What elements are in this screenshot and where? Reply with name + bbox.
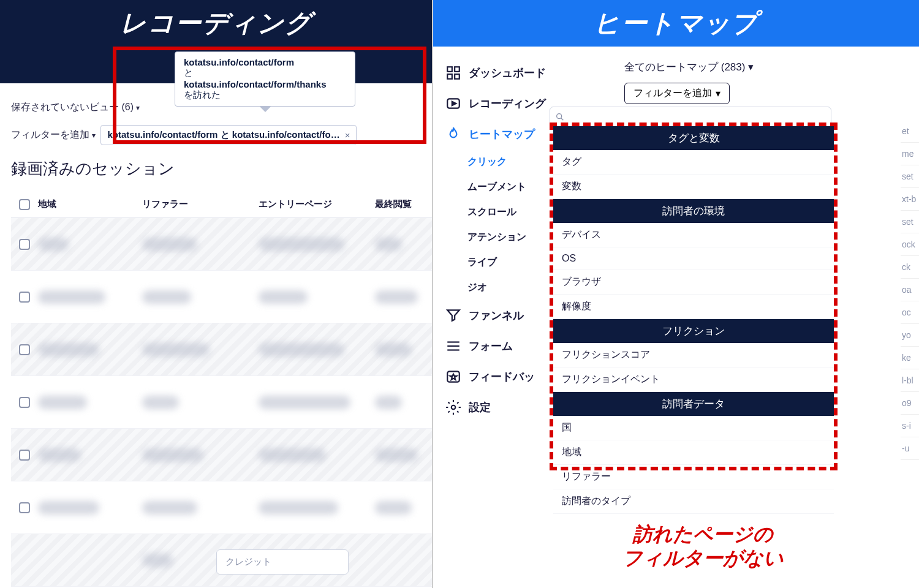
sidebar-label: レコーディング <box>469 96 546 111</box>
add-filter-button[interactable]: フィルターを追加 ▾ <box>624 83 730 104</box>
cat-friction: フリクション <box>553 319 834 343</box>
filter-referrer[interactable]: リファラー <box>553 465 834 489</box>
annotation-text: 訪れたページの フィルターがない <box>580 522 825 570</box>
filter-fevent[interactable]: フリクションイベント <box>553 368 834 392</box>
gear-icon <box>445 399 461 415</box>
sidebar-item-form[interactable]: フォーム <box>442 331 556 361</box>
right-body: ダッシュボード レコーディング ヒートマップ クリック ムーブメント スクロール… <box>433 47 919 588</box>
svg-marker-5 <box>452 102 456 106</box>
filter-tooltip: kotatsu.info/contact/form と kotatsu.info… <box>175 51 355 107</box>
tab-movement[interactable]: ムーブメント <box>467 175 556 200</box>
table-row[interactable] <box>11 271 432 323</box>
heatmap-title: ヒートマップ <box>594 6 758 40</box>
filter-vtype[interactable]: 訪問者のタイプ <box>553 489 834 514</box>
table-row[interactable] <box>11 429 432 481</box>
sidebar-item-recording[interactable]: レコーディング <box>442 88 556 119</box>
select-all-checkbox[interactable] <box>19 199 30 210</box>
sidebar-label: フィードバッ <box>469 369 535 384</box>
sidebar-item-feedback[interactable]: フィードバッ <box>442 361 556 392</box>
filter-browser[interactable]: ブラウザ <box>553 270 834 295</box>
filter-os[interactable]: OS <box>553 247 834 270</box>
recording-panel: レコーディング kotatsu.info/contact/form と kota… <box>0 0 433 588</box>
chevron-down-icon: ▾ <box>716 88 720 99</box>
heatmap-header: ヒートマップ <box>433 0 919 47</box>
svg-point-11 <box>452 405 456 410</box>
sidebar-label: ダッシュボード <box>469 66 546 80</box>
row-checkbox[interactable] <box>19 397 30 408</box>
sidebar-label: ファンネル <box>469 308 524 323</box>
flame-icon <box>445 126 461 142</box>
svg-line-13 <box>561 118 564 121</box>
chevron-down-icon: ▾ <box>748 61 754 73</box>
star-icon <box>445 369 461 385</box>
sidebar-nav: ダッシュボード レコーディング ヒートマップ クリック ムーブメント スクロール… <box>433 47 556 588</box>
row-checkbox[interactable] <box>19 292 30 303</box>
sidebar-label: フォーム <box>469 339 513 353</box>
col-entry[interactable]: エントリーページ <box>259 198 375 210</box>
sidebar-item-settings[interactable]: 設定 <box>442 392 556 423</box>
filter-device[interactable]: デバイス <box>553 223 834 247</box>
sidebar-label: 設定 <box>469 400 491 415</box>
sidebar-label: ヒートマップ <box>469 127 535 141</box>
row-checkbox[interactable] <box>19 239 30 250</box>
tab-attention[interactable]: アテンション <box>467 225 556 250</box>
col-region[interactable]: 地域 <box>38 198 142 210</box>
section-heading: 録画済みのセッション <box>11 158 175 179</box>
table-header: 地域 リファラー エントリーページ 最終閲覧 <box>11 191 432 218</box>
cat-tags-vars: タグと変数 <box>553 126 834 150</box>
svg-point-12 <box>557 114 562 119</box>
cat-env: 訪問者の環境 <box>553 199 834 223</box>
tooltip-url-2: kotatsu.info/contact/form/thanks <box>184 79 346 89</box>
table-row[interactable] <box>11 218 432 271</box>
chevron-down-icon: ▾ <box>92 131 96 140</box>
recording-header: レコーディング <box>0 0 432 47</box>
filter-dropdown-panel: タグと変数 タグ 変数 訪問者の環境 デバイス OS ブラウザ 解像度 フリクシ… <box>550 123 838 470</box>
tooltip-suffix: を訪れた <box>184 89 346 101</box>
row-checkbox[interactable] <box>19 502 30 513</box>
tooltip-conjunction: と <box>184 67 346 79</box>
col-referrer[interactable]: リファラー <box>142 198 259 210</box>
tab-live[interactable]: ライブ <box>467 250 556 275</box>
filter-tags[interactable]: タグ <box>553 150 834 175</box>
svg-marker-10 <box>450 374 457 380</box>
cat-visitor-data: 訪問者データ <box>553 392 834 416</box>
sidebar-item-funnel[interactable]: ファンネル <box>442 300 556 331</box>
heatmap-panel: ヒートマップ ダッシュボード レコーディング ヒートマップ クリック ムーブメン… <box>433 0 919 588</box>
add-filter-button[interactable]: フィルターを追加 ▾ <box>11 129 96 141</box>
dashboard-icon <box>445 65 461 81</box>
table-row[interactable] <box>11 376 432 429</box>
tab-geo[interactable]: ジオ <box>467 275 556 300</box>
sessions-table: 地域 リファラー エントリーページ 最終閲覧 <box>11 191 432 587</box>
tab-scroll[interactable]: スクロール <box>467 200 556 225</box>
svg-rect-3 <box>455 74 460 79</box>
col-last[interactable]: 最終閲覧 <box>375 198 432 210</box>
table-row[interactable] <box>11 323 432 376</box>
all-heatmaps-dropdown[interactable]: 全てのヒートマップ (283) ▾ <box>624 60 914 74</box>
svg-rect-0 <box>447 67 452 72</box>
filter-region[interactable]: 地域 <box>553 440 834 465</box>
row-checkbox[interactable] <box>19 450 30 461</box>
play-icon <box>445 96 461 111</box>
form-icon <box>445 338 461 354</box>
table-row[interactable] <box>11 481 432 534</box>
funnel-icon <box>445 307 461 323</box>
main-column: 全てのヒートマップ (283) ▾ フィルターを追加 ▾ タグと変数 タグ 変数… <box>556 47 919 588</box>
filter-fscore[interactable]: フリクションスコア <box>553 343 834 368</box>
sidebar-item-dashboard[interactable]: ダッシュボード <box>442 58 556 88</box>
tab-click[interactable]: クリック <box>467 149 556 175</box>
recording-title: レコーディング <box>120 6 312 40</box>
svg-rect-1 <box>455 67 460 72</box>
filter-vars[interactable]: 変数 <box>553 175 834 199</box>
filter-country[interactable]: 国 <box>553 416 834 440</box>
heatmap-subitems: クリック ムーブメント スクロール アテンション ライブ ジオ <box>442 149 556 300</box>
svg-rect-2 <box>447 74 452 79</box>
search-icon <box>555 112 565 122</box>
credit-input[interactable]: クレジット <box>216 549 349 575</box>
tooltip-url-1: kotatsu.info/contact/form <box>184 57 346 67</box>
row-checkbox[interactable] <box>19 344 30 355</box>
sidebar-item-heatmap[interactable]: ヒートマップ <box>442 119 556 149</box>
filter-resolution[interactable]: 解像度 <box>553 295 834 319</box>
background-list: etmesetxt-bsetockckoaocyokel-blo9s-i-u <box>901 120 919 549</box>
